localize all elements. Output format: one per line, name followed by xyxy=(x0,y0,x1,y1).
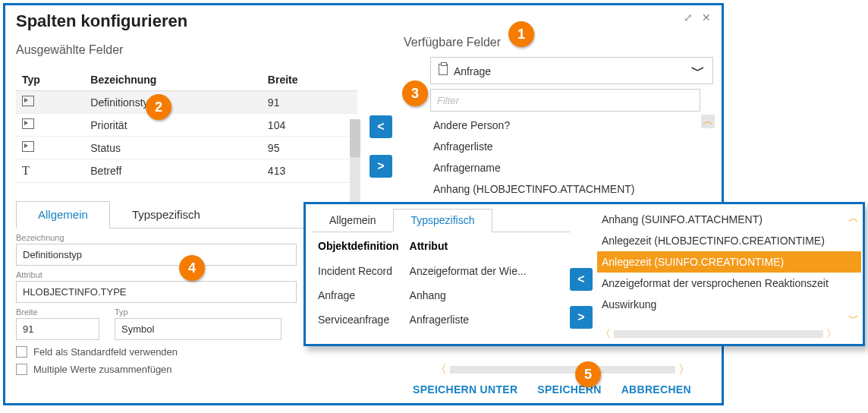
list-item[interactable]: Anhang (HLOBJECTINFO.ATTACHMENT) xyxy=(430,178,711,200)
available-fields-title: Verfügbare Felder xyxy=(404,36,715,49)
col-objektdefinition: Objektdefinition xyxy=(313,234,404,258)
tab-allgemein[interactable]: Allgemein xyxy=(16,201,110,229)
col-attribut: Attribut xyxy=(405,234,531,258)
dialog-title: Spalten konfigurieren xyxy=(16,11,187,31)
image-icon xyxy=(22,118,34,129)
input-attribut[interactable] xyxy=(16,281,297,303)
selected-fields-title: Ausgewählte Felder xyxy=(16,43,357,57)
table-row[interactable]: ServiceanfrageAnfragerliste xyxy=(313,308,531,331)
list-item[interactable]: Anfragername xyxy=(430,157,711,178)
overlay-table: Objektdefinition Attribut Incident Recor… xyxy=(312,232,533,333)
overlay-tab-typspezifisch[interactable]: Typspezifisch xyxy=(393,209,492,232)
callout-1: 1 xyxy=(508,21,534,47)
available-fields-list: Andere Person? Anfragerliste Anfragernam… xyxy=(430,115,711,200)
save-as-button[interactable]: SPEICHERN UNTER xyxy=(413,383,517,396)
list-item[interactable]: Anfragerliste xyxy=(430,136,711,157)
image-icon xyxy=(22,96,34,106)
list-item[interactable]: Anzeigeformat der versprochenen Reaktion… xyxy=(597,273,861,294)
scroll-right-icon[interactable]: 〉 xyxy=(823,327,840,341)
list-item[interactable]: Auswirkung xyxy=(597,294,861,315)
label-typ: Typ xyxy=(115,307,281,317)
checkbox-standard[interactable] xyxy=(16,346,27,358)
checkbox-multiple[interactable] xyxy=(16,364,27,375)
scroll-right-icon[interactable]: 〉 xyxy=(675,362,693,378)
input-bezeichnung[interactable] xyxy=(16,244,297,266)
overlay-move-left-button[interactable]: < xyxy=(570,268,593,291)
table-row[interactable]: AnfrageAnhang xyxy=(313,284,531,307)
scroll-up-icon[interactable]: ︿ xyxy=(848,212,859,225)
col-bez: Bezeichnung xyxy=(84,69,262,91)
col-typ: Typ xyxy=(16,69,84,91)
cancel-button[interactable]: ABBRECHEN xyxy=(621,383,691,396)
list-item[interactable]: Andere Person? xyxy=(430,115,711,136)
callout-4: 4 xyxy=(179,255,205,281)
filter-input[interactable]: Filter xyxy=(430,89,700,112)
table-row[interactable]: Definitionstyp 91 xyxy=(16,91,357,114)
label-breite: Breite xyxy=(16,307,99,317)
checkbox-standard-label: Feld als Standardfeld verwenden xyxy=(33,346,178,358)
selected-fields-table: Typ Bezeichnung Breite Definitionstyp 91… xyxy=(16,69,357,183)
overlay-vertical-scrollbar[interactable]: ︿ ﹀ xyxy=(848,212,860,326)
input-breite[interactable] xyxy=(16,318,99,340)
typspezifisch-overlay: Allgemein Typspezifisch Objektdefinition… xyxy=(303,202,865,346)
scroll-down-icon[interactable]: ﹀ xyxy=(848,312,859,326)
scroll-left-icon[interactable]: 〈 xyxy=(432,362,450,378)
col-breite: Breite xyxy=(262,69,357,91)
text-icon: T xyxy=(22,164,30,177)
checkbox-multiple-label: Multiple Werte zusammenfügen xyxy=(33,364,172,375)
callout-2: 2 xyxy=(146,94,171,120)
horizontal-scrollbar[interactable]: 〈 〉 xyxy=(432,364,693,376)
expand-icon[interactable]: ⤢ xyxy=(684,11,693,24)
overlay-horizontal-scrollbar[interactable]: 〈 〉 xyxy=(597,329,840,339)
overlay-available-list: Anhang (SUINFO.ATTACHMENT) Anlegezeit (H… xyxy=(597,209,861,315)
object-select[interactable]: Anfrage ﹀ xyxy=(430,57,713,84)
close-icon[interactable]: ✕ xyxy=(702,11,711,24)
table-row[interactable]: T Betreff 413 xyxy=(16,159,357,183)
callout-3: 3 xyxy=(402,80,428,106)
list-item[interactable]: Anhang (SUINFO.ATTACHMENT) xyxy=(597,209,861,230)
move-right-button[interactable]: > xyxy=(370,155,392,178)
list-item[interactable]: Anlegezeit (HLOBJECTINFO.CREATIONTIME) xyxy=(597,230,861,251)
overlay-tab-allgemein[interactable]: Allgemein xyxy=(312,209,393,232)
callout-5: 5 xyxy=(575,361,601,387)
overlay-move-right-button[interactable]: > xyxy=(570,306,593,329)
chevron-down-icon: ﹀ xyxy=(691,61,705,80)
scroll-up-icon[interactable]: ︿ xyxy=(701,115,715,128)
list-item[interactable]: Anlegezeit (SUINFO.CREATIONTIME) xyxy=(597,251,861,273)
clipboard-icon xyxy=(439,64,448,75)
input-typ[interactable] xyxy=(115,318,281,340)
table-row[interactable]: Status 95 xyxy=(16,137,357,159)
table-row[interactable]: Priorität 104 xyxy=(16,114,357,137)
move-left-button[interactable]: < xyxy=(370,115,392,138)
tab-typspezifisch[interactable]: Typspezifisch xyxy=(110,201,222,228)
scroll-left-icon[interactable]: 〈 xyxy=(597,327,614,341)
image-icon xyxy=(22,141,34,152)
table-row[interactable]: Incident RecordAnzeigeformat der Wie... xyxy=(313,260,531,282)
